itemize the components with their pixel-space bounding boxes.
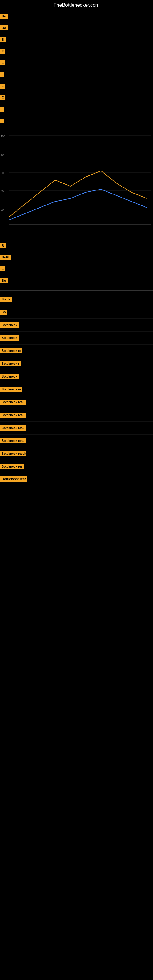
list-item: Bo [0, 275, 153, 286]
chart-area: 100 80 60 40 20 0 [0, 131, 153, 229]
badge-2: Bo [0, 25, 8, 30]
site-title: TheBottlenecker.com [0, 0, 153, 9]
badge-b4: Bo [0, 278, 8, 283]
svg-text:80: 80 [1, 153, 4, 156]
list-item: Bottl [0, 251, 153, 263]
result-badge-6: Bottleneck r [0, 361, 21, 366]
table-row: Bottleneck [0, 319, 153, 332]
list-item: I [0, 115, 153, 127]
list-item: Bo [0, 22, 153, 34]
result-badge-14: Bottleneck res [0, 464, 24, 469]
table-row: Bottleneck res [0, 460, 153, 473]
badge-7: E [0, 84, 5, 89]
table-row: Bottleneck resu [0, 434, 153, 447]
badge-3: B [0, 37, 5, 42]
table-row: Bottleneck r [0, 357, 153, 370]
badge-4: E [0, 49, 5, 54]
result-badge-10: Bottleneck resu [0, 412, 26, 418]
list-item: B [0, 34, 153, 45]
table-row: Bottleneck resu [0, 422, 153, 434]
svg-text:60: 60 [1, 172, 4, 175]
bottom-badge-section: B Bottl E Bo [0, 238, 153, 288]
list-item: I [0, 103, 153, 115]
badge-b1: B [0, 243, 5, 248]
list-item: Bo [0, 10, 153, 22]
result-badge-1: Bottle [0, 297, 12, 302]
svg-text:40: 40 [1, 190, 4, 193]
svg-text:20: 20 [1, 208, 4, 211]
badge-6: I [0, 72, 4, 77]
table-row: Bottle [0, 293, 153, 306]
site-header: TheBottlenecker.com [0, 0, 153, 9]
last-result-badge: Bottleneck rest [0, 476, 27, 482]
chart-svg: 100 80 60 40 20 0 [0, 131, 153, 229]
badge-9: I [0, 107, 4, 112]
result-badge-2: Bo [0, 310, 7, 315]
chart-left-label: | [1, 232, 2, 235]
last-badge-row: Bottleneck rest [0, 476, 153, 492]
list-item: E [0, 45, 153, 57]
list-item: E [0, 57, 153, 68]
top-badge-section: Bo Bo B E E I E E I I [0, 9, 153, 128]
result-badge-8: Bottleneck re [0, 387, 22, 392]
result-section: Bottle Bo Bottleneck Bottleneck Bottlene… [0, 293, 153, 473]
result-badge-13: Bottleneck result [0, 451, 26, 456]
badge-5: E [0, 60, 5, 65]
table-row: Bottleneck result [0, 447, 153, 460]
table-row: Bottleneck resu [0, 409, 153, 422]
badge-1: Bo [0, 14, 8, 19]
result-badge-4: Bottleneck [0, 335, 19, 340]
result-badge-5: Bottleneck re [0, 348, 22, 353]
table-row: Bottleneck re [0, 383, 153, 396]
badge-b2: Bottl [0, 255, 11, 260]
badge-b3: E [0, 266, 5, 271]
badge-8: E [0, 95, 5, 100]
table-row: Bottleneck re [0, 345, 153, 357]
table-row: Bo [0, 306, 153, 319]
list-item: B [0, 240, 153, 251]
badge-10: I [0, 119, 4, 123]
result-badge-12: Bottleneck resu [0, 438, 26, 444]
svg-text:0: 0 [1, 224, 2, 227]
divider [0, 290, 153, 291]
result-badge-3: Bottleneck [0, 323, 19, 328]
table-row: Bottleneck resu [0, 396, 153, 409]
table-row: Bottleneck [0, 370, 153, 383]
list-item: I [0, 68, 153, 80]
list-item: E [0, 80, 153, 92]
list-item: E [0, 92, 153, 103]
result-badge-7: Bottleneck [0, 374, 19, 379]
svg-text:100: 100 [1, 135, 5, 138]
result-badge-9: Bottleneck resu [0, 400, 26, 405]
result-badge-11: Bottleneck resu [0, 425, 26, 431]
list-item: E [0, 263, 153, 275]
table-row: Bottleneck [0, 332, 153, 345]
